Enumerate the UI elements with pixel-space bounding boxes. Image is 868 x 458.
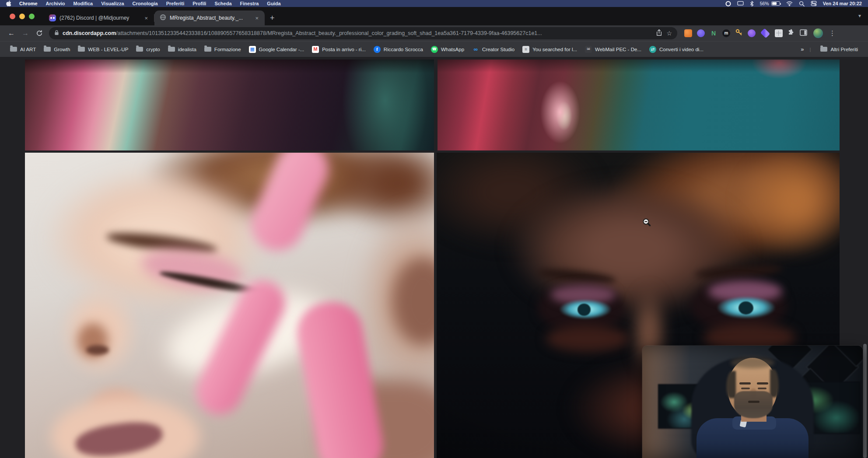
extension-purple-icon[interactable]: [697, 29, 705, 37]
extension-orange-icon[interactable]: [684, 29, 692, 37]
bluetooth-icon[interactable]: [750, 1, 754, 7]
bookmark-label: Formazione: [214, 47, 241, 52]
menu-cronologia[interactable]: Cronologia: [133, 1, 158, 6]
other-bookmarks-folder[interactable]: Altri Preferiti: [816, 45, 862, 54]
bookmark-label: crypto: [146, 47, 160, 52]
bookmark-item[interactable]: crypto: [132, 45, 164, 54]
discord-favicon-icon: [49, 14, 56, 21]
side-panel-icon[interactable]: [800, 29, 807, 38]
tab-title: (2762) Discord | @Midjourney: [60, 15, 140, 21]
gmail-icon: M: [312, 46, 319, 53]
image-quadrant-top-left: [25, 59, 434, 150]
menu-visualizza[interactable]: Visualizza: [101, 1, 124, 6]
traffic-light-close[interactable]: [10, 14, 15, 19]
extension-key-icon[interactable]: [735, 28, 743, 38]
menubar-clock[interactable]: Ven 24 mar 20:22: [823, 1, 862, 6]
chrome-menu-dots-icon[interactable]: ⋮: [829, 29, 836, 37]
tab-close-icon[interactable]: ×: [254, 15, 259, 21]
tab-attachment-active[interactable]: MRregista_Abstract_beauty._... ×: [154, 10, 265, 25]
menu-finestra[interactable]: Finestra: [240, 1, 259, 6]
wifi-icon[interactable]: [786, 1, 793, 6]
menu-scheda[interactable]: Scheda: [214, 1, 231, 6]
forward-button[interactable]: →: [19, 30, 32, 37]
reload-button[interactable]: [33, 30, 46, 37]
search-icon[interactable]: [799, 1, 805, 7]
image-quadrant-bottom-left: [25, 153, 434, 458]
menu-guida[interactable]: Guida: [267, 1, 280, 6]
menu-modifica[interactable]: Modifica: [74, 1, 93, 6]
bookmark-item[interactable]: WEB - LEVEL-UP: [74, 45, 132, 54]
traffic-light-zoom[interactable]: [29, 14, 35, 19]
folder-icon: [78, 47, 85, 52]
bookmark-label: Growth: [54, 47, 70, 52]
menu-profili[interactable]: Profili: [192, 1, 206, 6]
new-tab-button[interactable]: +: [265, 10, 280, 25]
bookmark-item[interactable]: ▦Google Calendar -...: [245, 44, 308, 55]
page-icon: ≡: [522, 46, 529, 53]
apple-menu-icon[interactable]: [6, 0, 11, 7]
bookmark-label: You searched for l...: [532, 47, 577, 52]
browser-toolbar: ← → cdn.discordapp.com/attachments/10135…: [0, 25, 868, 41]
bookmarks-overflow-chevron[interactable]: »: [801, 46, 804, 52]
control-center-icon[interactable]: [811, 1, 817, 6]
extension-n-icon[interactable]: N: [710, 29, 718, 37]
bookmarks-bar: AI ART Growth WEB - LEVEL-UP crypto idea…: [0, 41, 868, 57]
bookmark-item[interactable]: Formazione: [200, 45, 245, 54]
image-quadrant-top-right: [438, 59, 840, 150]
extension-dark-icon[interactable]: m: [722, 29, 730, 37]
omnibox[interactable]: cdn.discordapp.com/attachments/101351233…: [49, 27, 677, 39]
tab-title: MRregista_Abstract_beauty._...: [170, 15, 251, 21]
profile-avatar[interactable]: [813, 28, 823, 38]
battery-icon: [771, 1, 780, 6]
extension-cubes-icon[interactable]: [760, 28, 770, 38]
tab-close-icon[interactable]: ×: [144, 15, 149, 21]
bookmark-label: idealista: [178, 47, 196, 52]
bookmark-star-icon[interactable]: ☆: [666, 30, 672, 37]
menu-preferiti[interactable]: Preferiti: [166, 1, 185, 6]
whatsapp-icon: ☎: [431, 46, 438, 53]
tab-search-chevron-icon[interactable]: ▾: [858, 13, 861, 19]
extensions-row: N m: [684, 28, 807, 38]
tab-discord[interactable]: (2762) Discord | @Midjourney ×: [44, 10, 154, 25]
lock-icon: [54, 30, 59, 37]
bookmark-label: Altri Preferiti: [830, 47, 858, 52]
traffic-light-minimize[interactable]: [19, 14, 25, 19]
bookmark-item[interactable]: ⇄Converti i video di...: [645, 44, 707, 55]
facebook-icon: f: [374, 46, 381, 53]
extension-violet-icon[interactable]: [748, 29, 756, 37]
url-path: /attachments/1013512335442333816/1088905…: [116, 30, 542, 36]
convert-icon: ⇄: [649, 46, 656, 53]
menu-archivio[interactable]: Archivio: [46, 1, 65, 6]
share-icon[interactable]: [656, 29, 662, 37]
bookmark-label: Converti i video di...: [659, 47, 704, 52]
record-icon[interactable]: [725, 1, 731, 7]
page-scrollbar-thumb[interactable]: [863, 344, 867, 458]
extension-grid-icon[interactable]: [775, 29, 783, 37]
bookmark-label: Google Calendar -...: [259, 47, 304, 52]
battery-indicator[interactable]: 56%: [760, 1, 780, 6]
back-button[interactable]: ←: [5, 30, 18, 37]
display-icon[interactable]: [737, 1, 744, 6]
mail-icon: ✉: [585, 46, 592, 53]
bookmark-item[interactable]: Growth: [40, 45, 74, 54]
bookmark-item[interactable]: AI ART: [6, 45, 40, 54]
bookmark-item[interactable]: ∞Creator Studio: [468, 44, 518, 55]
extensions-puzzle-icon[interactable]: [788, 29, 795, 38]
menu-chrome[interactable]: Chrome: [19, 1, 38, 6]
bookmark-item[interactable]: ☎WhatsApp: [427, 44, 468, 55]
bookmark-label: Creator Studio: [482, 47, 514, 52]
portrait-nostril: [86, 345, 109, 355]
bookmark-item[interactable]: MPosta in arrivo - ri...: [308, 44, 370, 55]
google-calendar-icon: ▦: [249, 46, 256, 53]
folder-icon: [204, 47, 211, 52]
folder-icon: [44, 47, 51, 52]
globe-favicon-icon: [160, 14, 166, 22]
bookmark-item[interactable]: ✉WebMail PEC - De...: [581, 44, 645, 55]
bookmark-item[interactable]: fRiccardo Scrocca: [370, 44, 427, 55]
bookmark-label: WEB - LEVEL-UP: [88, 47, 128, 52]
bookmark-item[interactable]: ≡You searched for l...: [518, 44, 581, 55]
bookmark-label: WhatsApp: [441, 47, 464, 52]
battery-percent: 56%: [760, 1, 769, 6]
url-domain: cdn.discordapp.com: [63, 30, 116, 36]
bookmark-item[interactable]: idealista: [164, 45, 200, 54]
